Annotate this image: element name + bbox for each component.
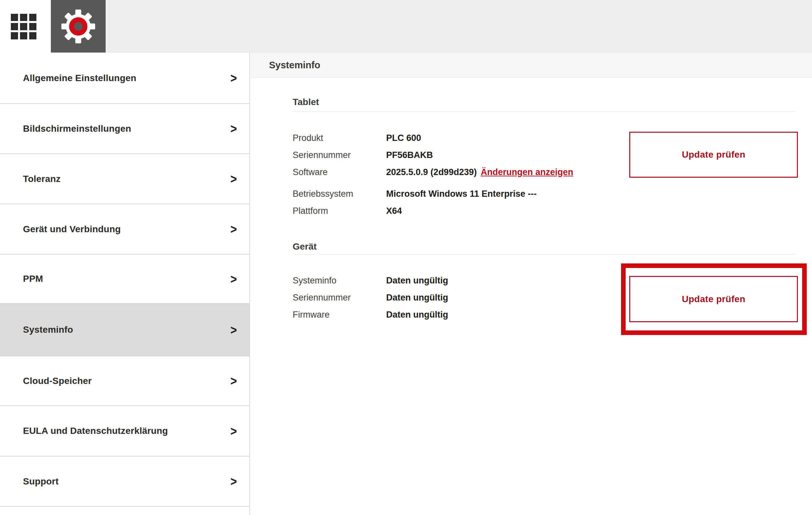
row-label: Plattform	[293, 205, 386, 216]
sidebar-item-label: Systeminfo	[23, 325, 73, 335]
row-label: Firmware	[293, 309, 386, 320]
main-content: Systeminfo Tablet ProduktPLC 600 Serienn…	[251, 53, 812, 515]
chevron-right-icon: >	[230, 474, 237, 489]
sidebar-item-ppm[interactable]: PPM >	[0, 254, 249, 304]
row-value: Daten ungültig	[386, 310, 448, 320]
section-divider	[293, 254, 795, 255]
chevron-right-icon: >	[230, 171, 237, 186]
sidebar: Allgemeine Einstellungen > Bildschirmein…	[0, 53, 250, 515]
info-row-geraet-systeminfo: SysteminfoDaten ungültig	[293, 275, 448, 286]
row-label: Produkt	[293, 132, 386, 143]
apps-grid-icon	[11, 14, 36, 39]
sidebar-item-label: PPM	[23, 274, 43, 284]
sidebar-item-label: Bildschirmeinstellungen	[23, 124, 131, 134]
sidebar-item-allgemeine-einstellungen[interactable]: Allgemeine Einstellungen >	[0, 53, 249, 104]
sidebar-item-bildschirmeinstellungen[interactable]: Bildschirmeinstellungen >	[0, 104, 249, 154]
sidebar-item-eula-und-datenschutzerklaerung[interactable]: EULA und Datenschutzerklärung >	[0, 406, 249, 457]
chevron-right-icon: >	[230, 71, 237, 85]
section-title-tablet: Tablet	[293, 97, 319, 107]
sidebar-item-systeminfo[interactable]: Systeminfo >	[0, 304, 249, 356]
chevron-right-icon: >	[230, 323, 237, 337]
page-header: Systeminfo	[251, 53, 812, 78]
row-label: Betriebssystem	[293, 188, 386, 199]
page-title: Systeminfo	[269, 60, 320, 71]
row-label: Seriennummer	[293, 292, 386, 303]
chevron-right-icon: >	[230, 222, 237, 237]
info-row-produkt: ProduktPLC 600	[293, 132, 421, 143]
info-row-software: Software2025.5.0.9 (2d99d239)Änderungen …	[293, 166, 573, 178]
row-value: X64	[386, 206, 402, 216]
row-value: Microsoft Windows 11 Enterprise ---	[386, 189, 537, 199]
top-bar	[0, 0, 812, 53]
row-value: Daten ungültig	[386, 276, 448, 286]
sidebar-item-support[interactable]: Support >	[0, 457, 249, 507]
chevron-right-icon: >	[230, 424, 237, 438]
sidebar-item-label: Toleranz	[23, 174, 61, 184]
info-row-seriennummer: SeriennummerPF56BAKB	[293, 150, 433, 161]
section-divider	[293, 111, 795, 112]
settings-screen: Allgemeine Einstellungen > Bildschirmein…	[0, 0, 812, 515]
row-label: Systeminfo	[293, 275, 386, 286]
chevron-right-icon: >	[230, 121, 237, 136]
update-check-button-geraet[interactable]: Update prüfen	[629, 276, 798, 322]
chevron-right-icon: >	[230, 272, 237, 287]
apps-tab[interactable]	[0, 0, 51, 53]
sidebar-item-label: Gerät und Verbindung	[23, 224, 121, 235]
info-row-plattform: PlattformX64	[293, 205, 402, 216]
info-row-geraet-seriennummer: SeriennummerDaten ungültig	[293, 292, 448, 303]
settings-tab[interactable]	[51, 0, 106, 53]
chevron-right-icon: >	[230, 374, 237, 388]
sidebar-item-label: Cloud-Speicher	[23, 376, 92, 386]
settings-gear-icon	[61, 9, 95, 43]
show-changes-link[interactable]: Änderungen anzeigen	[481, 167, 573, 177]
update-check-button-tablet[interactable]: Update prüfen	[629, 132, 798, 178]
section-title-geraet: Gerät	[293, 241, 317, 252]
info-row-betriebssystem: BetriebssystemMicrosoft Windows 11 Enter…	[293, 188, 537, 199]
sidebar-item-label: EULA und Datenschutzerklärung	[23, 426, 168, 436]
row-value: 2025.5.0.9 (2d99d239)	[386, 167, 477, 177]
row-value: PLC 600	[386, 133, 421, 143]
sidebar-item-geraet-und-verbindung[interactable]: Gerät und Verbindung >	[0, 204, 249, 254]
row-value: PF56BAKB	[386, 150, 433, 160]
row-label: Software	[293, 166, 386, 178]
sidebar-item-cloud-speicher[interactable]: Cloud-Speicher >	[0, 356, 249, 406]
sidebar-item-label: Allgemeine Einstellungen	[23, 73, 137, 83]
row-label: Seriennummer	[293, 150, 386, 161]
sidebar-item-toleranz[interactable]: Toleranz >	[0, 154, 249, 204]
row-value: Daten ungültig	[386, 293, 448, 302]
info-row-geraet-firmware: FirmwareDaten ungültig	[293, 309, 448, 320]
sidebar-item-label: Support	[23, 476, 59, 487]
